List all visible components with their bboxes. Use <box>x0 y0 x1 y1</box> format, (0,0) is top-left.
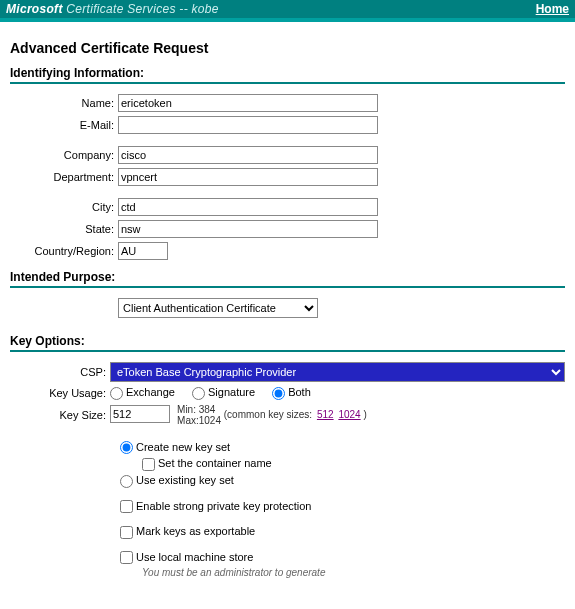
keyset-create-label[interactable]: Create new key set <box>120 441 230 453</box>
identifying-form: Name: E-Mail: Company: Department: City:… <box>10 92 378 262</box>
keyusage-signature-text: Signature <box>208 386 255 398</box>
keyusage-exchange-label[interactable]: Exchange <box>110 386 175 398</box>
keyset-existing-label[interactable]: Use existing key set <box>120 474 234 486</box>
brand-bold: Microsoft <box>6 2 63 16</box>
state-field[interactable] <box>118 220 378 238</box>
keyset-existing-row: Use existing key set <box>10 474 565 488</box>
section-keyoptions-header: Key Options: <box>10 334 565 348</box>
keyset-existing-text: Use existing key set <box>136 474 234 486</box>
keysize-max: Max:1024 <box>177 415 221 426</box>
keyset-container-text: Set the container name <box>158 457 272 469</box>
keyusage-exchange-radio[interactable] <box>110 387 123 400</box>
keyset-container-check[interactable] <box>142 458 155 471</box>
keyset-exportable-text: Mark keys as exportable <box>136 525 255 537</box>
email-field[interactable] <box>118 116 378 134</box>
keyset-create-row: Create new key set <box>10 441 565 455</box>
csp-select[interactable]: eToken Base Cryptographic Provider <box>110 362 565 382</box>
keyset-strong-check[interactable] <box>120 500 133 513</box>
keyusage-signature-label[interactable]: Signature <box>192 386 255 398</box>
city-field[interactable] <box>118 198 378 216</box>
content-area: Advanced Certificate Request Identifying… <box>0 22 575 588</box>
keyset-container-label[interactable]: Set the container name <box>142 457 272 469</box>
keyset-localstore-hint: You must be an administrator to generate <box>142 567 565 578</box>
keysize-common: (common key sizes: 512 1024 ) <box>224 409 367 420</box>
keysize-common-label: (common key sizes: <box>224 409 312 420</box>
label-country: Country/Region: <box>35 245 115 257</box>
page-title: Advanced Certificate Request <box>10 40 565 56</box>
home-link[interactable]: Home <box>536 2 569 16</box>
section-purpose-header: Intended Purpose: <box>10 270 565 284</box>
top-bar: Microsoft Certificate Services -- kobe H… <box>0 0 575 22</box>
name-field[interactable] <box>118 94 378 112</box>
keysize-link-512[interactable]: 512 <box>317 409 334 420</box>
keysize-min: Min: 384 <box>177 404 215 415</box>
keyset-localstore-label[interactable]: Use local machine store <box>120 551 253 563</box>
brand-rest: Certificate Services -- kobe <box>63 2 219 16</box>
keyusage-both-text: Both <box>288 386 311 398</box>
keyusage-both-label[interactable]: Both <box>272 386 311 398</box>
keyoptions-form: CSP: eToken Base Cryptographic Provider … <box>10 360 565 428</box>
keysize-field[interactable] <box>110 405 170 423</box>
brand-text: Microsoft Certificate Services -- kobe <box>6 2 219 16</box>
label-city: City: <box>92 201 114 213</box>
label-csp: CSP: <box>80 366 106 378</box>
keyset-exportable-check[interactable] <box>120 526 133 539</box>
keyusage-both-radio[interactable] <box>272 387 285 400</box>
keyset-exportable-label[interactable]: Mark keys as exportable <box>120 525 255 537</box>
label-name: Name: <box>82 97 114 109</box>
section-identifying-header: Identifying Information: <box>10 66 565 80</box>
keyset-existing-radio[interactable] <box>120 475 133 488</box>
label-email: E-Mail: <box>80 119 114 131</box>
keyset-strong-label[interactable]: Enable strong private key protection <box>120 500 312 512</box>
label-department: Department: <box>53 171 114 183</box>
keyset-localstore-text: Use local machine store <box>136 551 253 563</box>
keyset-strong-row: Enable strong private key protection <box>10 500 565 514</box>
section-purpose-rule <box>10 286 565 288</box>
keysize-link-1024[interactable]: 1024 <box>338 409 360 420</box>
label-company: Company: <box>64 149 114 161</box>
label-keysize: Key Size: <box>60 409 106 421</box>
country-field[interactable] <box>118 242 168 260</box>
purpose-select[interactable]: Client Authentication Certificate <box>118 298 318 318</box>
keyset-create-text: Create new key set <box>136 441 230 453</box>
purpose-form: Client Authentication Certificate <box>10 296 318 320</box>
keyset-create-radio[interactable] <box>120 441 133 454</box>
keyset-localstore-row: Use local machine store <box>10 551 565 565</box>
keyusage-exchange-text: Exchange <box>126 386 175 398</box>
keysize-meta: Min: 384 Max:1024 (common key sizes: 512… <box>177 404 367 426</box>
department-field[interactable] <box>118 168 378 186</box>
keyset-container-row: Set the container name <box>10 457 565 471</box>
company-field[interactable] <box>118 146 378 164</box>
section-keyoptions-rule <box>10 350 565 352</box>
keysize-common-close: ) <box>363 409 366 420</box>
keysize-minmax: Min: 384 Max:1024 <box>177 404 221 426</box>
keyusage-signature-radio[interactable] <box>192 387 205 400</box>
keyset-localstore-check[interactable] <box>120 551 133 564</box>
keyset-exportable-row: Mark keys as exportable <box>10 525 565 539</box>
keyset-strong-text: Enable strong private key protection <box>136 500 312 512</box>
label-keyusage: Key Usage: <box>49 387 106 399</box>
section-identifying-rule <box>10 82 565 84</box>
label-state: State: <box>85 223 114 235</box>
